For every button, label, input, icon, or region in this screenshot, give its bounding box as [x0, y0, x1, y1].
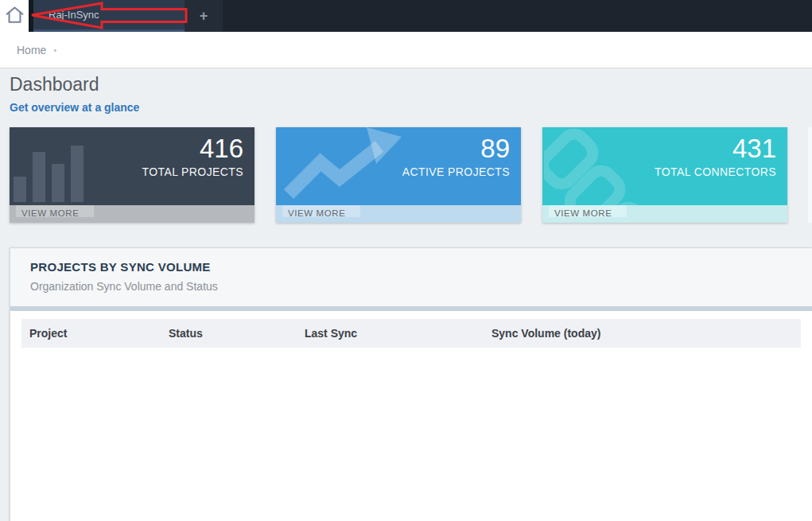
card-total-connectors: 431 TOTAL CONNECTORS VIEW MORE — [542, 127, 787, 223]
card-text: 416 TOTAL PROJECTS — [142, 134, 243, 178]
panel-subtitle: Organization Sync Volume and Status — [30, 280, 792, 293]
view-more-button[interactable]: VIEW MORE — [276, 205, 521, 223]
card-body: 416 TOTAL PROJECTS — [10, 127, 254, 205]
column-header-last-sync: Last Sync — [305, 327, 491, 340]
tab-raj-insync[interactable]: Raj-InSync — [33, 0, 185, 32]
stat-value: 431 — [655, 134, 776, 163]
top-bar: Raj-InSync + — [0, 0, 812, 32]
stat-value: 416 — [142, 134, 243, 163]
stat-label: TOTAL PROJECTS — [142, 165, 243, 178]
page-title: Dashboard — [10, 74, 812, 95]
partial-card-edge — [808, 127, 812, 223]
new-tab-button[interactable]: + — [185, 0, 223, 32]
card-body: 89 ACTIVE PROJECTS — [276, 127, 521, 205]
main-content: Dashboard Get overview at a glance — [0, 68, 812, 520]
view-more-button[interactable]: VIEW MORE — [542, 205, 787, 223]
stat-label: ACTIVE PROJECTS — [402, 165, 510, 178]
breadcrumb: Home • — [0, 32, 812, 68]
home-icon — [4, 4, 25, 29]
breadcrumb-item-home[interactable]: Home — [17, 44, 46, 56]
view-more-label: VIEW MORE — [21, 208, 80, 218]
panel-header: PROJECTS BY SYNC VOLUME Organization Syn… — [10, 248, 812, 306]
column-header-status: Status — [169, 327, 305, 340]
card-body: 431 TOTAL CONNECTORS — [542, 127, 787, 205]
card-total-projects: 416 TOTAL PROJECTS VIEW MORE — [10, 127, 254, 223]
home-button[interactable] — [0, 0, 29, 32]
stat-label: TOTAL CONNECTORS — [655, 165, 776, 178]
panel-title: PROJECTS BY SYNC VOLUME — [30, 260, 792, 274]
card-active-projects: 89 ACTIVE PROJECTS VIEW MORE — [276, 127, 521, 223]
column-header-project: Project — [21, 327, 169, 340]
view-more-label: VIEW MORE — [554, 208, 612, 218]
card-text: 89 ACTIVE PROJECTS — [402, 134, 510, 178]
sync-volume-table: Project Status Last Sync Sync Volume (to… — [10, 311, 812, 521]
table-body-empty — [21, 348, 801, 521]
projects-sync-volume-panel: PROJECTS BY SYNC VOLUME Organization Syn… — [10, 247, 812, 521]
column-header-sync-volume: Sync Volume (today) — [491, 327, 801, 340]
breadcrumb-separator: • — [53, 45, 56, 55]
stat-value: 89 — [402, 134, 510, 163]
view-more-label: VIEW MORE — [288, 208, 346, 218]
card-text: 431 TOTAL CONNECTORS — [655, 134, 776, 178]
tab-label: Raj-InSync — [49, 9, 99, 21]
table-header-row: Project Status Last Sync Sync Volume (to… — [21, 319, 801, 348]
view-more-button[interactable]: VIEW MORE — [10, 205, 254, 223]
trend-up-arrow-icon — [282, 127, 410, 202]
stat-cards-row: 416 TOTAL PROJECTS VIEW MORE 89 — [10, 127, 812, 223]
bar-chart-icon — [12, 145, 95, 205]
page-subtitle: Get overview at a glance — [10, 101, 812, 114]
plus-icon: + — [200, 8, 208, 25]
